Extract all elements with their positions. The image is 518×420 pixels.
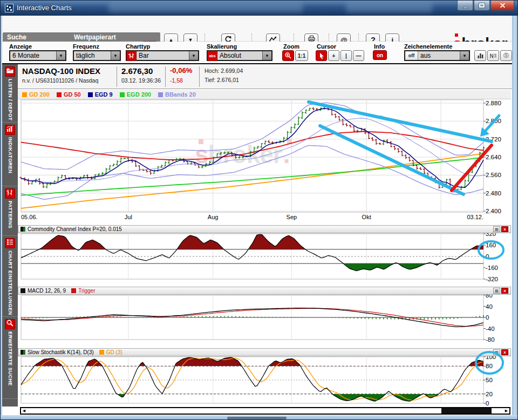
panel-close-button[interactable]: x (501, 349, 508, 355)
svg-text:03.12.: 03.12. (467, 214, 483, 220)
svg-text:-40: -40 (486, 326, 495, 332)
legend-color-box (120, 92, 125, 97)
cci-panel: 3201600-160-320 (21, 231, 498, 282)
legend-label: BBands 20 (165, 91, 196, 98)
legend-item-egd-9: EGD 9 (88, 91, 113, 98)
legend-item-gd-50: GD 50 (57, 91, 81, 98)
legend-label: EGD 9 (95, 91, 113, 98)
svg-text:05.06.: 05.06. (21, 214, 38, 220)
gd200-line (21, 153, 483, 208)
svg-text:-80: -80 (486, 336, 495, 343)
svg-text:-160: -160 (486, 265, 498, 271)
legend-color-box (57, 92, 62, 97)
cci-series-icon (21, 227, 25, 232)
legend-color-box (22, 92, 27, 97)
egd9-line (21, 109, 483, 187)
legend-item-gd-200: GD 200 (22, 91, 50, 98)
svg-text:2.800: 2.800 (486, 118, 501, 124)
trigger-series-icon (71, 288, 76, 293)
macd-panel: 80400-40-80 (21, 292, 495, 343)
svg-text:Jul: Jul (125, 214, 132, 220)
legend-item-egd-200: EGD 200 (120, 91, 151, 98)
cci-panel-header: Commodity Channel Index P=20, 0.015 ▦x (18, 225, 511, 233)
stochastic-series-icon (21, 350, 25, 355)
svg-text:2.400: 2.400 (486, 208, 501, 214)
svg-text:2.560: 2.560 (486, 172, 501, 178)
svg-text:2.480: 2.480 (486, 190, 501, 197)
gd50-line (21, 132, 483, 160)
svg-text:40: 40 (486, 303, 493, 310)
svg-text:2.640: 2.640 (486, 154, 501, 160)
stochastic-title: Slow Stochastik K(14), D(3) (28, 349, 94, 355)
scrollbar-track[interactable] (27, 408, 503, 414)
gd3-label: GD (3) (106, 349, 122, 355)
svg-text:2.720: 2.720 (486, 136, 501, 143)
svg-text:0: 0 (486, 314, 489, 321)
svg-text:80: 80 (486, 363, 493, 369)
legend-color-box (88, 92, 93, 97)
legend-color-box (158, 92, 163, 97)
legend-label: EGD 200 (127, 91, 151, 98)
macd-title: MACD 12, 26, 9 (28, 288, 66, 294)
scrollbar-thumb[interactable] (441, 408, 492, 414)
svg-text:-320: -320 (486, 276, 498, 282)
gd3-series-icon (99, 350, 104, 355)
legend-label: GD 200 (29, 91, 50, 98)
cci-title: Commodity Channel Index P=20, 0.015 (28, 226, 122, 232)
window-frame-left (1, 16, 2, 420)
charts-canvas[interactable]: 2.8802.8002.7202.6402.5602.4802.40005.06… (1, 1, 518, 420)
svg-text:0: 0 (486, 253, 489, 260)
scroll-left-arrow[interactable]: ◀ (21, 408, 27, 414)
stochastic-panel: 1008050200 (21, 354, 496, 407)
scroll-right-arrow[interactable]: ▶ (503, 408, 509, 414)
main-chart-legend: GD 200GD 50EGD 9EGD 200BBands 20 (18, 90, 511, 99)
stochastic-panel-header: Slow Stochastik K(14), D(3) GD (3) ▦x (18, 348, 511, 356)
macd-panel-header: MACD 12, 26, 9 Trigger ▦x (18, 287, 511, 295)
panel-settings-button[interactable]: ▦ (493, 226, 500, 232)
bbands-lower (21, 145, 483, 199)
svg-text:2.880: 2.880 (486, 100, 501, 106)
window-frame-right (512, 16, 518, 420)
svg-text:Aug: Aug (208, 214, 219, 220)
panel-settings-button[interactable]: ▦ (493, 288, 500, 294)
panel-close-button[interactable]: x (501, 288, 508, 294)
legend-item-bbands-20: BBands 20 (158, 91, 196, 98)
macd-series-icon (21, 288, 25, 293)
svg-text:20: 20 (486, 391, 493, 397)
svg-text:50: 50 (486, 377, 493, 383)
app-window: Interactive Charts Suche Wertpapierart I… (0, 0, 518, 420)
svg-text:Okt: Okt (362, 214, 371, 220)
svg-text:Sep: Sep (287, 214, 297, 220)
horizontal-scrollbar[interactable]: ◀ ▶ (20, 407, 510, 415)
svg-text:160: 160 (486, 242, 496, 248)
main-chart: 2.8802.8002.7202.6402.5602.4802.40005.06… (20, 100, 501, 220)
window-resize-grip (227, 417, 287, 419)
svg-text:0: 0 (486, 400, 489, 407)
bbands-mid (21, 118, 483, 182)
panel-settings-button[interactable]: ▦ (493, 349, 500, 355)
panel-close-button[interactable]: x (501, 226, 508, 232)
legend-label: GD 50 (64, 91, 81, 98)
trigger-label: Trigger (78, 288, 95, 294)
